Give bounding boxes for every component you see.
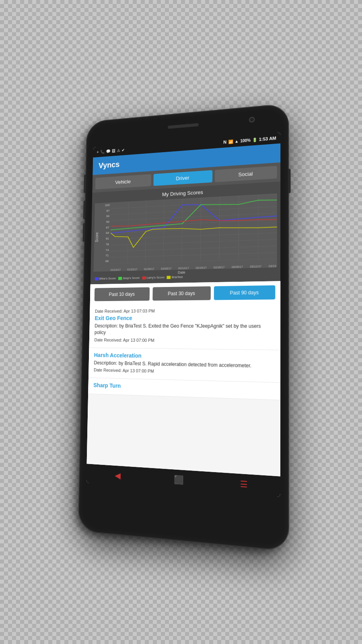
alert-1-date: Date Received: Apr 13 07:03 PM (95, 308, 274, 314)
time-filters: Past 10 days Past 30 days Past 90 days (90, 281, 280, 305)
alert-3-title[interactable]: Sharp Turn (93, 382, 274, 394)
svg-line-9 (110, 252, 277, 257)
svg-line-7 (111, 239, 277, 245)
legend-briatest: BriaTest (167, 275, 183, 279)
svg-line-6 (111, 233, 277, 239)
legend-briatest-icon (167, 276, 171, 279)
svg-rect-22 (167, 276, 171, 279)
check-icon: ✔ (121, 148, 124, 152)
chart-svg-area (110, 194, 277, 264)
svg-line-10 (110, 259, 277, 264)
legend-larrys-icon (142, 276, 146, 279)
nav-menu-button[interactable]: ☰ (240, 479, 247, 490)
filter-30days[interactable]: Past 30 days (152, 286, 211, 301)
signal-icon: ▲ (234, 139, 239, 144)
nav-back-button[interactable]: ◀ (115, 471, 121, 481)
legend-jeeps-label: Jeep's Score (123, 276, 140, 280)
alert-1-desc: Description: by BriaTest S. Exited the G… (95, 323, 274, 337)
battery-percent: 100% (240, 138, 251, 143)
svg-rect-21 (142, 276, 146, 279)
filter-10days[interactable]: Past 10 days (95, 287, 150, 301)
phone-device: + 📞 💬 🖼 ⚠ ✔ N 📶 ▲ 100% 🔋 1:53 AM (79, 104, 288, 551)
svg-rect-19 (95, 277, 99, 280)
nav-home-button[interactable]: ⬛ (174, 475, 184, 485)
tab-driver[interactable]: Driver (153, 170, 212, 186)
legend-jeeps-icon (118, 277, 122, 280)
add-icon: + (97, 150, 99, 154)
phone-camera (249, 117, 255, 123)
svg-line-2 (111, 206, 277, 215)
chart-section: My Driving Scores Score 100 97 94 90 87 … (90, 182, 280, 285)
svg-line-5 (111, 226, 277, 233)
legend-mikes-icon (95, 277, 99, 280)
app-title: Vyncs (99, 160, 120, 170)
legend-larrys: Larry's Score (142, 276, 165, 280)
chart-plot-area: 100 97 94 90 87 84 81 78 74 71 68 (99, 194, 277, 272)
phone-speaker (168, 123, 199, 129)
svg-rect-20 (118, 277, 122, 280)
battery-icon: 🔋 (252, 137, 257, 142)
chart-svg (110, 194, 277, 264)
message-icon: 💬 (106, 149, 110, 153)
svg-line-16 (219, 196, 220, 260)
svg-line-8 (110, 246, 277, 251)
svg-line-4 (111, 220, 277, 227)
chart-container: Score 100 97 94 90 87 84 81 78 74 71 (94, 194, 277, 272)
image-icon: 🖼 (112, 149, 115, 153)
alert-harsh-acceleration: Harsh Acceleration Description: by BriaT… (88, 348, 280, 383)
legend-briatest-label: BriaTest (171, 275, 183, 279)
wifi-icon: 📶 (228, 139, 233, 144)
alert-2-title[interactable]: Harsh Acceleration (94, 352, 274, 361)
phone-body: + 📞 💬 🖼 ⚠ ✔ N 📶 ▲ 100% 🔋 1:53 AM (79, 104, 288, 551)
legend-mikes-label: Mike's Score (99, 277, 116, 280)
phone-icon: 📞 (100, 149, 105, 154)
tab-social[interactable]: Social (215, 166, 277, 182)
chart-y-axis: 100 97 94 90 87 84 81 78 74 71 68 (99, 202, 110, 264)
alert-icon: ⚠ (117, 148, 120, 153)
svg-line-3 (111, 213, 277, 221)
alert-1-second-date: Date Received: Apr 13 07:00 PM (94, 337, 274, 344)
alerts-list: Date Received: Apr 13 07:03 PM Exit Geo … (87, 303, 281, 476)
phone-screen: + 📞 💬 🖼 ⚠ ✔ N 📶 ▲ 100% 🔋 1:53 AM (86, 132, 281, 497)
alert-1-title[interactable]: Exit Geo Fence (95, 314, 274, 321)
legend-larrys-label: Larry's Score (146, 276, 165, 280)
legend-mikes: Mike's Score (95, 277, 116, 281)
clock: 1:53 AM (259, 136, 276, 142)
status-icons-right: N 📶 ▲ 100% 🔋 1:53 AM (223, 136, 276, 144)
alert-exit-geo-fence: Date Received: Apr 13 07:03 PM Exit Geo … (89, 303, 280, 350)
tab-vehicle[interactable]: Vehicle (95, 174, 151, 190)
filter-90days[interactable]: Past 90 days (214, 285, 276, 300)
status-icons-left: + 📞 💬 🖼 ⚠ ✔ (97, 148, 124, 154)
legend-jeeps: Jeep's Score (118, 276, 140, 280)
network-n-icon: N (223, 140, 226, 144)
